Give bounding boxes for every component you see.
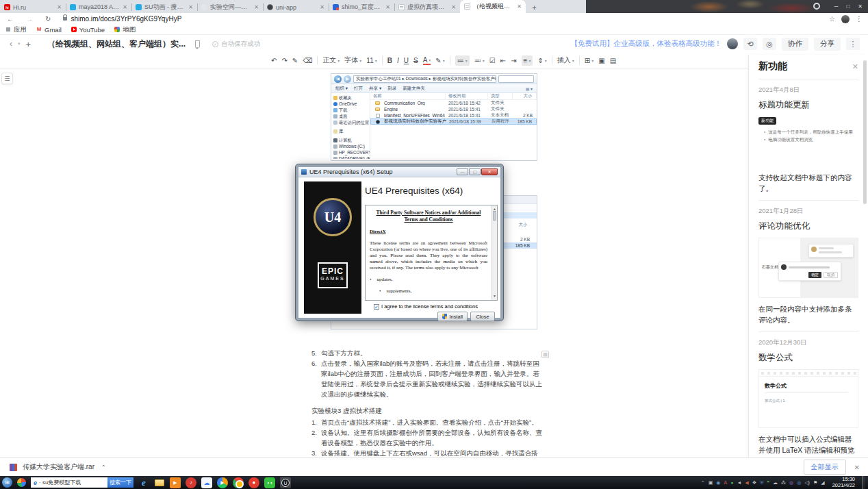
font-size-select[interactable]: 11▾ xyxy=(366,57,376,64)
start-button[interactable]: ⊞ xyxy=(2,477,12,488)
profile-avatar[interactable] xyxy=(841,15,850,23)
dialog-minimize-button[interactable]: — xyxy=(457,168,468,175)
user-avatar[interactable] xyxy=(727,38,738,49)
forward-icon[interactable]: → xyxy=(26,15,33,23)
dialog-maximize-button[interactable]: ▢ xyxy=(469,168,481,175)
bookmark-apps[interactable]: 应用 xyxy=(5,25,27,34)
url-text[interactable]: shimo.im/docs/3YrPY6gKG9YqyHyP xyxy=(71,15,181,23)
tab-close-icon[interactable]: ✕ xyxy=(123,4,127,10)
shelf-close-icon[interactable]: ✕ xyxy=(854,464,860,471)
undo-icon[interactable]: ↶ xyxy=(271,57,277,64)
tab-close-icon[interactable]: ✕ xyxy=(385,4,390,10)
netease-music-icon[interactable]: ♪ xyxy=(186,477,196,488)
tray-icon[interactable]: A xyxy=(724,480,727,485)
presentation-icon[interactable]: ◎ xyxy=(763,38,776,50)
license-scrollbar[interactable]: ▲ ▼ xyxy=(492,205,497,300)
tab-su[interactable]: SU动画 - 搜索结果 - 哔哩哔哩弹幕✕ xyxy=(131,1,197,13)
bookmark-maps[interactable]: 地图 xyxy=(114,25,136,34)
document-title[interactable]: （给视频组、网站组、客户端组）实... xyxy=(47,38,186,50)
embedded-explorer-screenshot[interactable]: ◀ ▶ 实验教学中心工作站01 ▸ Downloads ▸ 影视现场实时特效创作… xyxy=(331,73,537,161)
tray-icon[interactable]: ⁂ xyxy=(781,480,786,486)
history-icon[interactable]: ⟲ xyxy=(743,38,757,50)
search-button[interactable]: 搜索一下 xyxy=(107,477,133,488)
tray-expand-icon[interactable]: ⌃ xyxy=(701,480,705,486)
paragraph-style-select[interactable]: 正文▾ xyxy=(322,55,340,65)
outdent-icon[interactable]: ⇤ xyxy=(500,57,506,64)
window-minimize-button[interactable]: ─ xyxy=(834,3,839,10)
tray-icon[interactable]: ◉ xyxy=(716,480,720,486)
tab-current-doc[interactable]: （给视频组、网站组、客户端组）✕ xyxy=(460,0,526,13)
back-chevron-icon[interactable]: ‹ xyxy=(10,39,12,49)
italic-icon[interactable]: I xyxy=(397,57,399,64)
panel-close-icon[interactable]: ✕ xyxy=(852,62,858,71)
tab-close-icon[interactable]: ✕ xyxy=(254,4,259,10)
panel-scrollbar[interactable] xyxy=(863,60,867,204)
tab-uniapp[interactable]: uni-app✕ xyxy=(263,1,329,13)
download-caret-icon[interactable]: ⌃ xyxy=(101,464,106,471)
close-button[interactable]: Close xyxy=(470,312,495,321)
tray-icon[interactable]: ● xyxy=(730,480,733,485)
tray-icon[interactable]: ▣ xyxy=(709,480,713,486)
tray-icon[interactable]: ⛨ xyxy=(760,480,763,486)
indent-icon[interactable]: ⇥ xyxy=(511,57,516,64)
show-desktop-button[interactable] xyxy=(862,476,865,489)
tray-icon[interactable]: ◄ xyxy=(737,480,741,485)
tab-maya[interactable]: maya2018 Arnold场景渲染设置✕ xyxy=(66,1,131,13)
bookmark-youtube[interactable]: YouTube xyxy=(71,26,105,34)
taskbar-search[interactable]: e· su免费模型下载 搜索一下 xyxy=(31,477,133,488)
browser-360-icon[interactable] xyxy=(17,478,26,487)
share-button[interactable]: 分享 xyxy=(814,38,841,51)
install-button[interactable]: Install xyxy=(437,312,468,321)
action-center-flag-icon[interactable]: ⚑ xyxy=(813,480,817,486)
show-all-downloads-button[interactable]: 全部显示 xyxy=(804,460,846,475)
unreal-engine-icon[interactable]: U xyxy=(280,477,291,488)
highlight-color-icon[interactable]: ✎▾ xyxy=(435,57,444,64)
tab-project-log[interactable]: 虚拟仿真项目日志20210422-石墨✕ xyxy=(394,1,460,13)
refresh-icon[interactable]: ↻ xyxy=(45,15,51,23)
tab-hiru[interactable]: hiHi.ru✕ xyxy=(0,1,66,13)
format-painter-icon[interactable]: ✎ xyxy=(292,57,298,64)
clear-format-icon[interactable]: ⌫ xyxy=(303,57,312,64)
align-icon[interactable]: ≡▾ xyxy=(522,55,533,66)
back-icon[interactable]: ← xyxy=(7,15,14,23)
checklist-icon[interactable]: ☑ xyxy=(489,57,496,64)
premium-trial-link[interactable]: 【免费试用】企业高级版，体验表格高级功能！ xyxy=(571,39,722,49)
comment-marker-icon[interactable]: ▤ xyxy=(541,351,549,358)
dialog-titlebar[interactable]: UE4 Prerequisites (x64) Setup — ▢ ✕ xyxy=(298,167,500,177)
tray-icon[interactable]: ◀ xyxy=(745,480,748,486)
video-app-icon[interactable]: ▶ xyxy=(217,477,228,488)
font-family-select[interactable]: 字体▾ xyxy=(344,55,361,65)
tab-close-icon[interactable]: ✕ xyxy=(188,4,193,10)
window-close-button[interactable]: ✕ xyxy=(858,3,863,10)
red-app-icon[interactable]: ● xyxy=(248,477,259,488)
tab-ilab[interactable]: 实验空间—国家虚拟仿真实验教学✕ xyxy=(197,1,263,13)
license-agree-row[interactable]: ✓ I agree to the license terms and condi… xyxy=(374,303,478,310)
comment-icon[interactable]: ▤ xyxy=(610,57,616,64)
tab-baidu-search[interactable]: shimo_百度搜索✕ xyxy=(329,1,394,13)
redo-icon[interactable]: ↷ xyxy=(281,57,287,64)
window-maximize-button[interactable]: □ xyxy=(846,3,850,10)
taskbar-clock[interactable]: 15:30 2021/4/22 xyxy=(832,477,855,488)
tab-close-icon[interactable]: ✕ xyxy=(451,4,456,10)
scroll-thumb[interactable] xyxy=(493,211,496,221)
numbered-list-icon[interactable]: ≔▾ xyxy=(455,55,470,66)
download-filename[interactable]: 传媒大学实验客户端.rar xyxy=(23,462,94,472)
collaborate-button[interactable]: 协作 xyxy=(782,38,808,51)
document-text[interactable]: 5.勾选下方方框。 6.点击登录，输入国家ilab的账号及密码，若未注册，请点击… xyxy=(311,348,543,457)
agree-checkbox[interactable]: ✓ xyxy=(374,304,379,310)
browser-menu-icon[interactable]: ⋮ xyxy=(856,15,863,23)
table-icon[interactable]: ⊞▾ xyxy=(585,57,593,64)
wechat-icon[interactable]: ◗◖ xyxy=(264,477,275,488)
tab-close-icon[interactable]: ✕ xyxy=(57,4,62,10)
tab-close-icon[interactable]: ✕ xyxy=(320,4,324,10)
volume-icon[interactable]: ◁) xyxy=(804,480,810,486)
bold-icon[interactable]: B xyxy=(387,57,392,64)
create-doc-button[interactable]: + xyxy=(26,39,31,49)
dialog-close-button[interactable]: ✕ xyxy=(481,168,498,175)
media-player-icon[interactable]: ▶ xyxy=(170,477,181,488)
strikethrough-icon[interactable]: S xyxy=(413,57,418,64)
dropdown-caret-icon[interactable]: ▾ xyxy=(18,41,21,47)
image-icon[interactable]: ▣ xyxy=(598,57,604,64)
license-text-box[interactable]: Third Party Software Notices and/or Addi… xyxy=(365,205,498,301)
scroll-down-icon[interactable]: ▼ xyxy=(493,293,496,299)
